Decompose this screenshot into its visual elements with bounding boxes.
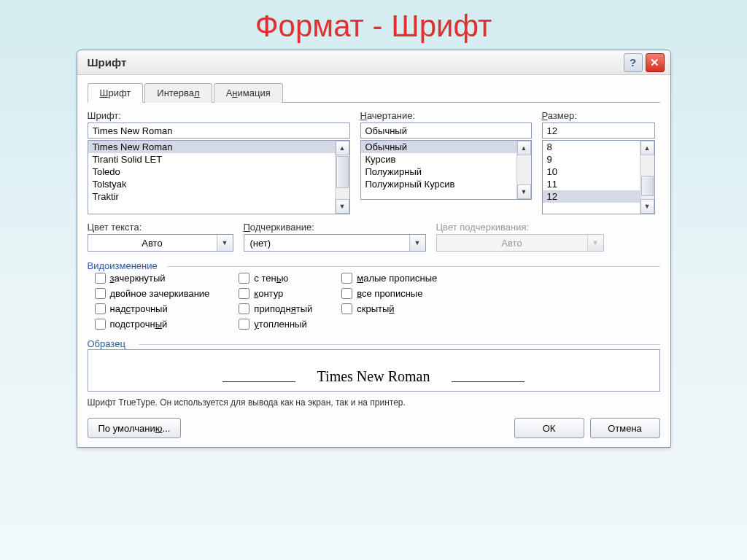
close-button[interactable]: ✕ xyxy=(646,53,665,72)
font-dialog: Шрифт ? ✕ Шрифт Интервал Анимация Шрифт:… xyxy=(77,50,671,448)
font-listbox[interactable]: Times New Roman Tiranti Solid LET Toledo… xyxy=(88,140,350,214)
check-emboss[interactable]: приподнятый xyxy=(239,303,312,314)
text-color-label: Цвет текста: xyxy=(88,222,233,233)
check-hidden[interactable]: скрытый xyxy=(341,303,437,314)
cancel-button[interactable]: Отмена xyxy=(590,418,660,438)
preview-text: Times New Roman xyxy=(317,368,430,385)
scroll-down-icon[interactable]: ▼ xyxy=(336,199,349,214)
list-item[interactable]: Полужирный xyxy=(361,166,516,178)
size-listbox[interactable]: 8 9 10 11 12 ▲ ▼ xyxy=(542,140,655,214)
tab-font[interactable]: Шрифт xyxy=(88,83,144,103)
list-item[interactable]: Times New Roman xyxy=(88,141,335,153)
style-input[interactable] xyxy=(360,122,532,139)
list-item[interactable]: Tiranti Solid LET xyxy=(88,153,335,166)
scrollbar[interactable]: ▲ ▼ xyxy=(516,141,531,199)
list-item[interactable]: Обычный xyxy=(361,141,516,153)
check-outline[interactable]: контур xyxy=(239,288,312,299)
check-double-strike[interactable]: двойное зачеркивание xyxy=(95,288,210,299)
slide-title: Формат - Шрифт xyxy=(0,9,747,44)
list-item[interactable]: Tolstyak xyxy=(88,178,335,190)
list-item[interactable]: Полужирный Курсив xyxy=(361,178,516,190)
text-color-dropdown[interactable]: Авто ▼ xyxy=(88,234,233,252)
style-label: Начертание: xyxy=(360,110,532,121)
ok-button[interactable]: ОК xyxy=(514,418,584,438)
check-strikethrough[interactable]: зачеркнутый xyxy=(95,273,210,284)
tabstrip: Шрифт Интервал Анимация xyxy=(88,82,660,103)
tab-spacing[interactable]: Интервал xyxy=(144,83,212,103)
scroll-up-icon[interactable]: ▲ xyxy=(517,141,531,155)
check-shadow[interactable]: с тенью xyxy=(239,273,312,284)
underline-color-label: Цвет подчеркивания: xyxy=(436,222,604,233)
list-item[interactable]: Toledo xyxy=(88,166,335,178)
list-item[interactable]: 8 xyxy=(543,141,640,153)
list-item[interactable]: 11 xyxy=(543,178,640,190)
dialog-title: Шрифт xyxy=(88,56,621,69)
list-item[interactable]: 12 xyxy=(543,190,640,203)
chevron-down-icon[interactable]: ▼ xyxy=(217,235,233,251)
underline-color-dropdown: Авто ▼ xyxy=(436,234,604,252)
chevron-down-icon: ▼ xyxy=(587,235,603,251)
check-allcaps[interactable]: все прописные xyxy=(341,288,437,299)
list-item[interactable]: Traktir xyxy=(88,190,335,203)
check-smallcaps[interactable]: малые прописные xyxy=(341,273,437,284)
hint-text: Шрифт TrueType. Он используется для выво… xyxy=(88,397,660,408)
scroll-up-icon[interactable]: ▲ xyxy=(336,141,349,155)
scrollbar[interactable]: ▲ ▼ xyxy=(335,141,349,214)
check-superscript[interactable]: надстрочный xyxy=(95,303,210,314)
font-input[interactable] xyxy=(88,122,350,139)
size-label: Размер: xyxy=(542,110,655,121)
underline-dropdown[interactable]: (нет) ▼ xyxy=(244,234,426,252)
titlebar: Шрифт ? ✕ xyxy=(77,50,670,75)
tab-animation[interactable]: Анимация xyxy=(214,83,283,103)
scroll-up-icon[interactable]: ▲ xyxy=(640,141,654,155)
list-item[interactable]: Курсив xyxy=(361,153,516,166)
list-item[interactable]: 10 xyxy=(543,166,640,178)
size-input[interactable] xyxy=(542,122,655,139)
check-subscript[interactable]: подстрочный xyxy=(95,319,210,330)
underline-label: Подчеркивание: xyxy=(244,222,426,233)
style-listbox[interactable]: Обычный Курсив Полужирный Полужирный Кур… xyxy=(360,140,532,200)
help-button[interactable]: ? xyxy=(624,53,643,72)
list-item[interactable]: 9 xyxy=(543,153,640,166)
chevron-down-icon[interactable]: ▼ xyxy=(409,235,425,251)
preview-box: Times New Roman xyxy=(88,349,660,392)
scroll-down-icon[interactable]: ▼ xyxy=(640,199,654,214)
default-button[interactable]: По умолчанию... xyxy=(88,418,182,438)
scroll-down-icon[interactable]: ▼ xyxy=(517,184,531,199)
scrollbar[interactable]: ▲ ▼ xyxy=(640,141,654,214)
font-label: Шрифт: xyxy=(88,110,350,121)
check-engrave[interactable]: утопленный xyxy=(239,319,312,330)
